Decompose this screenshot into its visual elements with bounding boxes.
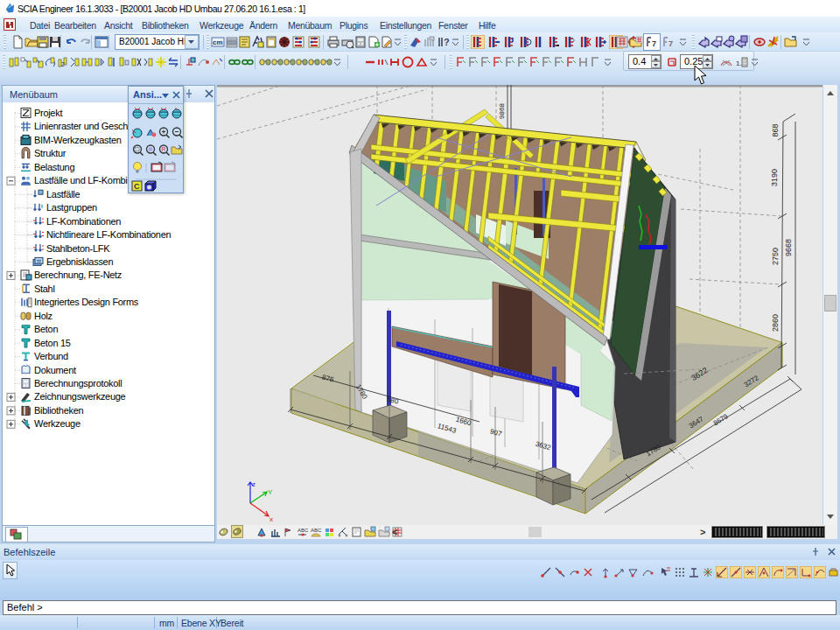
svg-text:868: 868 [771,123,780,136]
svg-text:R: R [162,146,166,152]
svg-text:Holz: Holz [34,311,52,321]
svg-text:Zeichnungswerkzeuge: Zeichnungswerkzeuge [34,391,126,402]
svg-text:9668: 9668 [784,239,793,256]
svg-text:Belastung: Belastung [34,162,74,172]
svg-text:ABC: ABC [311,528,322,533]
svg-text:Dokument: Dokument [34,365,76,375]
svg-text:Berechnungsprotokoll: Berechnungsprotokoll [34,378,122,388]
svg-text:z: z [252,480,256,488]
svg-text:x: x [270,515,273,523]
svg-text:2860: 2860 [771,314,780,332]
svg-text:7: 7 [668,39,673,48]
svg-text:Beton: Beton [34,324,58,334]
svg-text:Lastfälle und LF-Kombinat: Lastfälle und LF-Kombinat [34,175,140,186]
svg-text:Bibliotheken: Bibliotheken [34,405,84,416]
svg-text:Werkzeuge: Werkzeuge [34,418,80,429]
svg-text:ABC: ABC [298,528,309,533]
svg-text:Projekt: Projekt [34,108,62,118]
svg-text:7: 7 [652,39,656,48]
svg-text:Beton 15: Beton 15 [34,338,71,348]
svg-text:C: C [134,182,140,191]
svg-text:Ergebnisklassen: Ergebnisklassen [46,256,113,267]
svg-text:Lastgruppen: Lastgruppen [46,202,97,213]
svg-text:Lastfälle: Lastfälle [46,189,80,200]
svg-text:Verbund: Verbund [34,351,68,361]
svg-text:1.: 1. [736,60,742,67]
svg-text:Nichtlineare LF-Kombinationen: Nichtlineare LF-Kombinationen [46,229,172,240]
svg-text:Berechnung, FE-Netz: Berechnung, FE-Netz [34,270,122,280]
svg-text:2750: 2750 [771,248,780,265]
svg-text:BIM-Werkzeugkasten: BIM-Werkzeugkasten [34,135,122,145]
svg-text:Y: Y [268,488,273,496]
svg-text:3190: 3190 [770,169,779,186]
svg-text:9868: 9868 [498,103,506,119]
svg-text:LF-Kombinationen: LF-Kombinationen [46,216,121,227]
svg-text:cm: cm [213,38,223,46]
svg-text:2: 2 [61,61,65,67]
svg-text:Stahl: Stahl [34,284,55,294]
svg-text:Struktur: Struktur [34,148,66,158]
svg-text:?: ? [444,37,450,47]
svg-text:Integriertes Design Forms: Integriertes Design Forms [34,297,139,307]
svg-text:Stahlbeton-LFK: Stahlbeton-LFK [46,243,110,254]
